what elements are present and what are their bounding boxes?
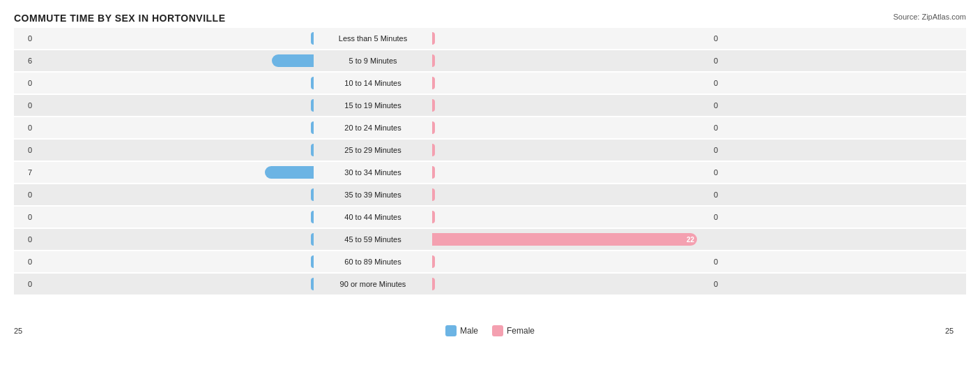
female-value: 0 (711, 146, 732, 154)
legend-female-box (492, 325, 503, 336)
male-bar-container (35, 254, 314, 269)
female-value: 0 (711, 124, 732, 132)
male-bar-container (35, 187, 314, 202)
female-value: 0 (711, 101, 732, 110)
male-value: 0 (14, 213, 35, 221)
row-label: 20 to 24 Minutes (314, 124, 432, 132)
female-bar (432, 166, 435, 179)
row-label: 40 to 44 Minutes (314, 213, 432, 221)
female-bar-container (432, 276, 711, 292)
female-bar (432, 255, 435, 268)
male-bar-container (35, 120, 314, 135)
female-bar: 22 (432, 233, 697, 246)
male-value: 0 (14, 124, 35, 132)
female-value: 0 (711, 191, 732, 199)
female-bar-container (432, 209, 711, 225)
chart-row: 040 to 44 Minutes0 (14, 207, 966, 228)
chart-row: 010 to 14 Minutes0 (14, 73, 966, 94)
chart-row: 060 to 89 Minutes0 (14, 251, 966, 272)
female-bar (432, 278, 435, 290)
legend-male: Male (445, 325, 478, 336)
legend-male-box (445, 325, 457, 336)
chart-row: 035 to 39 Minutes0 (14, 184, 966, 205)
chart-area: 0Less than 5 Minutes065 to 9 Minutes0010… (14, 28, 966, 321)
source-label: Source: ZipAtlas.com (893, 13, 966, 21)
chart-row: 090 or more Minutes0 (14, 274, 966, 295)
female-bar-container (432, 53, 711, 68)
female-bar (432, 32, 435, 45)
bottom-area: 25 Male Female 25 (14, 325, 966, 336)
male-bar-container (35, 31, 314, 46)
male-bar-container (35, 98, 314, 113)
male-bar-container (35, 209, 314, 225)
female-bar-container (432, 187, 711, 202)
male-value: 6 (14, 57, 35, 65)
female-bar (432, 99, 435, 112)
female-bar-container (432, 31, 711, 46)
male-bar-container (35, 165, 314, 180)
male-bar-container (35, 232, 314, 247)
chart-row: 015 to 19 Minutes0 (14, 95, 966, 116)
female-bar (432, 77, 435, 89)
female-bar (432, 121, 435, 134)
row-label: 10 to 14 Minutes (314, 79, 432, 87)
female-value: 0 (711, 213, 732, 221)
female-value: 0 (711, 258, 732, 266)
female-bar-container: 22 (432, 232, 711, 247)
row-label: 90 or more Minutes (314, 280, 432, 288)
row-label: Less than 5 Minutes (314, 34, 432, 43)
axis-right: 25 (945, 327, 966, 335)
axis-left: 25 (14, 327, 35, 335)
male-value: 7 (14, 168, 35, 177)
male-value: 0 (14, 79, 35, 87)
female-bar-container (432, 254, 711, 269)
male-value: 0 (14, 235, 35, 244)
chart-row: 025 to 29 Minutes0 (14, 140, 966, 161)
male-bar (265, 166, 314, 179)
legend-male-label: Male (460, 326, 478, 336)
legend: Male Female (445, 325, 535, 336)
female-bar (432, 188, 435, 201)
male-value: 0 (14, 280, 35, 288)
male-value: 0 (14, 34, 35, 43)
chart-row: 0Less than 5 Minutes0 (14, 28, 966, 49)
female-bar-container (432, 120, 711, 135)
female-bar (432, 144, 435, 156)
chart-row: 020 to 24 Minutes0 (14, 117, 966, 138)
female-bar-value: 22 (687, 236, 694, 244)
female-bar-container (432, 165, 711, 180)
male-value: 0 (14, 191, 35, 199)
female-value: 0 (711, 79, 732, 87)
row-label: 5 to 9 Minutes (314, 57, 432, 65)
male-value: 0 (14, 258, 35, 266)
male-bar-container (35, 53, 314, 68)
chart-title: COMMUTE TIME BY SEX IN HORTONVILLE (14, 13, 966, 24)
chart-container: COMMUTE TIME BY SEX IN HORTONVILLE Sourc… (0, 0, 980, 365)
row-label: 35 to 39 Minutes (314, 191, 432, 199)
chart-row: 045 to 59 Minutes22 (14, 229, 966, 250)
row-label: 15 to 19 Minutes (314, 101, 432, 110)
male-value: 0 (14, 101, 35, 110)
row-label: 60 to 89 Minutes (314, 258, 432, 266)
legend-female: Female (492, 325, 535, 336)
female-bar-container (432, 75, 711, 91)
female-bar-container (432, 98, 711, 113)
male-bar-container (35, 276, 314, 292)
female-value: 0 (711, 280, 732, 288)
female-bar (432, 54, 435, 67)
female-bar (432, 211, 435, 223)
male-bar-container (35, 142, 314, 158)
male-bar-container (35, 75, 314, 91)
chart-row: 730 to 34 Minutes0 (14, 162, 966, 183)
male-bar (272, 54, 314, 67)
female-bar-container (432, 142, 711, 158)
legend-female-label: Female (507, 326, 535, 336)
row-label: 45 to 59 Minutes (314, 235, 432, 244)
chart-row: 65 to 9 Minutes0 (14, 50, 966, 71)
female-value: 0 (711, 168, 732, 177)
female-value: 0 (711, 57, 732, 65)
male-value: 0 (14, 146, 35, 154)
female-value: 0 (711, 34, 732, 43)
row-label: 30 to 34 Minutes (314, 168, 432, 177)
row-label: 25 to 29 Minutes (314, 146, 432, 154)
